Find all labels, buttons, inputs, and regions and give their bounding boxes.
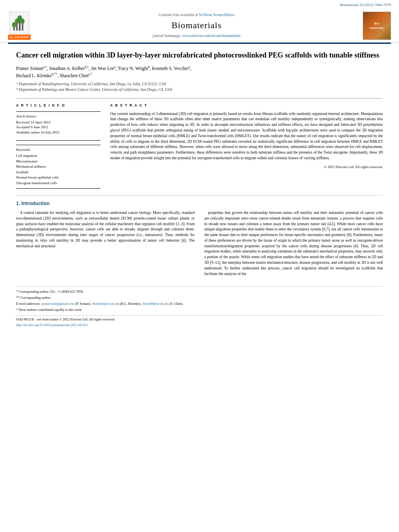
available-date: Available online 16 July 2012: [16, 130, 101, 135]
sciverse-line: Contents lists available at SciVerse Sci…: [31, 12, 363, 18]
article-info-heading: A R T I C L E I N F O: [16, 103, 101, 108]
elsevier-tree-icon: [9, 12, 29, 34]
article-top-divider: [16, 98, 383, 99]
journal-citation: Biomaterials 33 (2012) 7064–7070: [340, 3, 391, 7]
keyword-item: Normal breast epithelial cells: [16, 175, 101, 181]
body-col-left: A central rationale for studying cell mi…: [16, 210, 195, 280]
affiliation-b: ᵇ Department of Pathology and Moores Can…: [16, 87, 383, 92]
section-label: Introduction: [21, 201, 49, 206]
journal-banner: ELSEVIER Contents lists available at Sci…: [8, 9, 391, 42]
introduction-section: 1. Introduction A central rationale for …: [16, 200, 383, 280]
body-col-right: properties that govern the relationship …: [204, 210, 383, 280]
authors-line: Pranav Somana,1, Jonathan A. Kelberb,1, …: [16, 65, 383, 79]
bottom-bar: 0142-9612/$ – see front matter © 2012 El…: [16, 315, 383, 328]
body-divider: [16, 195, 383, 195]
section-number: 1.: [16, 201, 20, 206]
journal-info-bar: Biomaterials 33 (2012) 7064–7070: [8, 2, 391, 8]
keyword-item: Microstructure: [16, 159, 101, 164]
journal-header: Biomaterials 33 (2012) 7064–7070: [0, 0, 399, 43]
journal-title: Biomaterials: [31, 19, 363, 32]
elsevier-wordmark: ELSEVIER: [8, 35, 31, 40]
affil-super-b2: b: [148, 65, 150, 69]
footnote-emails: E-mail addresses: pranavsom@gmail.com (P…: [16, 301, 383, 306]
affil-super-a: a,1: [43, 65, 47, 69]
footnote-equal-contrib: ¹ These authors contributed equally to t…: [16, 307, 383, 312]
elsevier-logo: ELSEVIER: [8, 12, 31, 40]
keyword-item: Oncogene-transformed cells: [16, 181, 101, 186]
journal-homepage: journal homepage: www.elsevier.com/locat…: [31, 33, 363, 39]
section-title: 1. Introduction: [16, 200, 383, 207]
keywords-label: Keywords:: [16, 148, 101, 152]
biomaterials-logo-text: Biomaterials: [370, 21, 384, 30]
affil-super-a3: a: [189, 65, 190, 69]
footnote-corresponding2: ** Corresponding author.: [16, 295, 383, 300]
abstract-column: A B S T R A C T Our current understandin…: [110, 103, 383, 189]
affil-super-b1: b,1: [85, 65, 89, 69]
doi-link[interactable]: http://dx.doi.org/10.1016/j.biomaterials…: [16, 323, 115, 328]
elsevier-branding: ELSEVIER: [8, 12, 31, 40]
affil-super-b3: b,**: [51, 72, 57, 76]
issn-line: 0142-9612/$ – see front matter © 2012 El…: [16, 317, 115, 321]
author-jonathan: Jonathan A. Kelber: [49, 66, 84, 71]
homepage-link[interactable]: www.elsevier.com/locate/biomaterials: [182, 34, 241, 38]
footnotes: * Corresponding author. Tel.: +1 (858) 8…: [16, 286, 383, 312]
keyword-item: Mechanical stiffness: [16, 164, 101, 170]
sciverse-link[interactable]: SciVerse ScienceDirect: [199, 13, 234, 17]
intro-paragraph-2: properties that govern the relationship …: [204, 210, 383, 277]
abstract-text: Our current understanding of 3-dimension…: [110, 111, 383, 161]
email-chen[interactable]: chen168@ucsd.edu: [142, 302, 169, 306]
article-history-block: Article history: Received 14 April 2012 …: [16, 111, 101, 141]
bottom-bar-content: 0142-9612/$ – see front matter © 2012 El…: [16, 317, 115, 328]
article-title: Cancer cell migration within 3D layer-by…: [16, 50, 383, 60]
footnote-corresponding1: * Corresponding author. Tel.: +1 (858) 8…: [16, 289, 383, 294]
email-klemke[interactable]: rlklemke@ucsd.edu: [92, 302, 119, 306]
received-date: Received 14 April 2012: [16, 120, 101, 125]
email-soman[interactable]: pranavsom@gmail.com: [41, 302, 74, 306]
affiliations: ᵃ Department of NanoEngineering, Univers…: [16, 82, 383, 92]
body-two-col: A central rationale for studying cell mi…: [16, 210, 383, 280]
keyword-item: Scaffold: [16, 170, 101, 175]
affil-super-a2: a: [114, 65, 116, 69]
article-info-abstract-section: A R T I C L E I N F O Article history: R…: [16, 103, 383, 189]
article-info-column: A R T I C L E I N F O Article history: R…: [16, 103, 101, 189]
keywords-list: Cell migrationMicrostructureMechanical s…: [16, 153, 101, 186]
journal-center: Contents lists available at SciVerse Sci…: [31, 12, 363, 39]
emails-label: E-mail addresses:: [16, 302, 41, 306]
email-values: pranavsom@gmail.com (P. Soman), rlklemke…: [41, 302, 183, 306]
biomaterials-logo: Biomaterials: [363, 12, 391, 40]
svg-point-7: [21, 18, 25, 24]
article-history-group: Article history: Received 14 April 2012 …: [16, 114, 101, 135]
accepted-date: Accepted 9 June 2012: [16, 125, 101, 130]
affiliation-a: ᵃ Department of NanoEngineering, Univers…: [16, 82, 383, 87]
abstract-heading: A B S T R A C T: [110, 103, 383, 108]
keyword-item: Cell migration: [16, 153, 101, 159]
history-label: Article history:: [16, 114, 101, 119]
main-content: Cancer cell migration within 3D layer-by…: [0, 44, 399, 336]
copyright-line: © 2012 Elsevier Ltd. All rights reserved…: [110, 164, 383, 170]
intro-paragraph-1: A central rationale for studying cell mi…: [16, 210, 195, 249]
affil-super-a4: a,*: [88, 72, 93, 76]
keywords-block: Keywords: Cell migrationMicrostructureMe…: [16, 145, 101, 189]
